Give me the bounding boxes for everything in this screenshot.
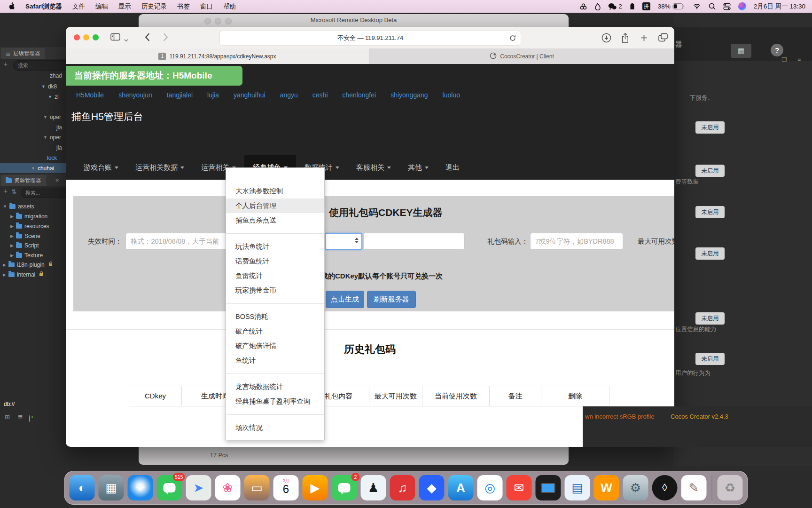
menu-view[interactable]: 显示 xyxy=(118,2,131,11)
add-node-button[interactable]: + xyxy=(4,60,8,68)
generate-button[interactable]: 点击生成 xyxy=(326,291,364,308)
server-link[interactable]: ceshi xyxy=(312,91,328,99)
caret-down-icon[interactable]: ▼ xyxy=(43,135,47,140)
siri-icon[interactable] xyxy=(738,2,746,10)
menu-icon[interactable]: ≡ xyxy=(797,56,801,63)
asset-row[interactable]: ▶migration xyxy=(10,211,47,221)
new-tab-icon[interactable] xyxy=(640,34,648,44)
help-button[interactable]: ? xyxy=(771,44,783,56)
battery-indicator[interactable]: 38% xyxy=(658,3,685,10)
dock-wps[interactable]: W xyxy=(594,475,619,500)
value-input[interactable] xyxy=(363,233,465,250)
dock-qq[interactable]: ♟ xyxy=(361,475,386,500)
caret-down-icon[interactable]: ▼ xyxy=(41,84,46,89)
server-link[interactable]: chenlongfei xyxy=(343,91,376,99)
nav-item-other[interactable]: 其他 xyxy=(399,155,437,180)
menu-item-pool-params[interactable]: 大水池参数控制 xyxy=(226,184,324,198)
menubar-clock[interactable]: 2月6日 周一 13:30 xyxy=(754,2,805,11)
caret-down-icon[interactable]: ▼ xyxy=(43,115,47,119)
dock-notes[interactable]: ✎ xyxy=(681,475,707,500)
menu-item-session-status[interactable]: 场次情况 xyxy=(226,421,324,435)
dock-maps[interactable]: ➤ xyxy=(186,475,211,500)
server-link[interactable]: angyu xyxy=(280,91,298,99)
control-center-icon[interactable] xyxy=(723,3,731,10)
dock-browser[interactable]: ◎ xyxy=(477,475,503,500)
sort-icon[interactable]: ⇅ xyxy=(11,188,16,195)
code-input[interactable] xyxy=(530,233,623,250)
tab-assets-manager[interactable]: 资源管理器 xyxy=(1,175,46,186)
caret-right-icon[interactable]: ▶ xyxy=(10,224,14,229)
caret-right-icon[interactable]: ▶ xyxy=(10,253,14,258)
menu-item-fish-stats[interactable]: 鱼统计 xyxy=(226,353,324,368)
dock-video-player[interactable]: ▶ xyxy=(303,475,328,500)
dock-blue-app[interactable]: ◆ xyxy=(419,475,445,500)
dock-photos[interactable]: ❀ xyxy=(215,475,241,500)
disabled-badge[interactable]: 未启用 xyxy=(695,165,725,177)
server-link[interactable]: lujia xyxy=(207,91,219,99)
caret-right-icon[interactable]: ▶ xyxy=(3,262,6,267)
apple-icon[interactable] xyxy=(8,2,15,11)
menu-item-bankrupt-cannon-detail[interactable]: 破产炮倍详情 xyxy=(226,339,324,353)
reload-icon[interactable] xyxy=(509,35,516,43)
tree-node[interactable]: ▼zl xyxy=(48,92,59,102)
caret-right-icon[interactable]: ▶ xyxy=(3,272,6,277)
tree-node[interactable]: ▼oper xyxy=(43,132,61,142)
dock-dark-drop-app[interactable]: ◊ xyxy=(652,475,678,500)
dock-launchpad[interactable]: ▦ xyxy=(99,475,124,500)
menu-history[interactable]: 历史记录 xyxy=(141,2,167,11)
asset-row[interactable]: ▶Scene xyxy=(10,231,40,241)
disabled-badge[interactable]: 未启用 xyxy=(695,353,725,365)
disabled-badge[interactable]: 未启用 xyxy=(695,247,725,260)
qr-preview-button[interactable]: ▦ xyxy=(731,44,751,58)
dock-calendar[interactable]: 2月6 xyxy=(273,475,299,500)
refresh-server-button[interactable]: 刷新服务器 xyxy=(367,291,416,308)
dock-remote-desktop[interactable] xyxy=(536,475,561,500)
minimize-icon[interactable] xyxy=(83,34,89,40)
wechat-status-icon[interactable]: 2 xyxy=(608,3,622,10)
asset-row[interactable]: ▶Script xyxy=(10,240,39,250)
asset-row[interactable]: ▶internal xyxy=(3,270,43,279)
menu-item-boss-consume[interactable]: BOSS消耗 xyxy=(226,310,324,324)
asset-row[interactable]: ▼assets xyxy=(3,201,34,211)
menu-item-bankrupt-stats[interactable]: 破产统计 xyxy=(226,324,324,339)
dock-mail-red[interactable]: ✉ xyxy=(507,475,532,500)
menubar-app-name[interactable]: Safari浏览器 xyxy=(25,2,62,11)
caret-right-icon[interactable]: ▶ xyxy=(10,214,14,219)
nav-item-logout[interactable]: 退出 xyxy=(437,155,468,180)
nav-item-game-ledger[interactable]: 游戏台账 xyxy=(75,155,127,180)
forward-icon[interactable] xyxy=(163,33,168,43)
tree-node[interactable]: lock xyxy=(47,153,57,163)
caret-right-icon[interactable]: ▶ xyxy=(10,234,14,238)
server-link[interactable]: luoluo xyxy=(443,91,460,99)
dock-finder[interactable]: ◐ xyxy=(70,475,95,500)
downloads-icon[interactable] xyxy=(601,33,611,45)
dock-wechat[interactable]: 2 xyxy=(332,475,357,500)
chevron-down-icon[interactable] xyxy=(124,35,128,44)
asset-row[interactable]: ▶resources xyxy=(10,221,49,231)
type-select[interactable] xyxy=(325,233,362,250)
sidebar-icon[interactable] xyxy=(110,33,120,43)
tab-cocos-client[interactable]: CocosCreator | Client xyxy=(369,48,674,64)
spotlight-icon[interactable] xyxy=(709,3,716,10)
dock-window-app[interactable]: ▤ xyxy=(565,475,590,500)
dock-trash[interactable]: ♻ xyxy=(718,475,743,500)
wifi-icon[interactable] xyxy=(693,3,701,9)
menu-bookmarks[interactable]: 书签 xyxy=(177,2,190,11)
zoom-icon[interactable] xyxy=(93,34,99,40)
eye-icon[interactable] xyxy=(29,415,30,422)
menu-item-personal-admin[interactable]: 个人后台管理 xyxy=(226,198,324,213)
hierarchy-search-input[interactable]: 搜索... xyxy=(13,60,70,71)
rdp-titlebar[interactable]: Microsoft Remote Desktop Beta xyxy=(139,14,569,27)
disabled-badge[interactable]: 未启用 xyxy=(695,312,725,325)
tree-node[interactable]: ▼dk8 xyxy=(41,81,57,91)
menu-item-kill-send[interactable]: 捕鱼点杀点送 xyxy=(226,213,324,228)
server-link[interactable]: yanghuihui xyxy=(234,91,265,99)
tree-node[interactable]: jia xyxy=(56,143,62,152)
server-link[interactable]: H5Mobile xyxy=(76,91,104,99)
tab-cdkey-page[interactable]: 1 119.91.211.74:88/appaspx/cdkeyNew.aspx xyxy=(66,48,369,64)
dock-gallery[interactable]: ▭ xyxy=(244,475,270,500)
dock-safari[interactable]: ✦ xyxy=(128,475,153,500)
caret-right-icon[interactable]: ▶ xyxy=(10,243,14,248)
menu-edit[interactable]: 编辑 xyxy=(95,2,108,11)
assets-search-input[interactable]: 搜索... xyxy=(21,188,70,198)
